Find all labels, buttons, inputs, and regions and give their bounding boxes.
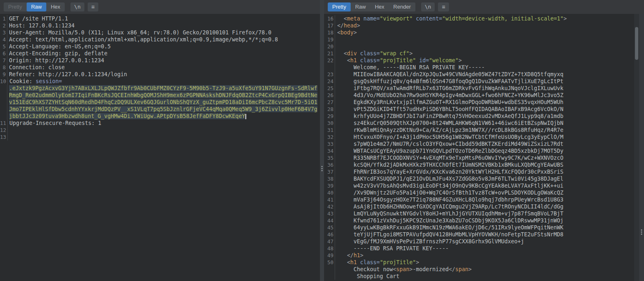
code-text: Shopping Cart bbox=[335, 273, 399, 280]
code-row[interactable]: Jmo7IPEklHlSfDbw5cdnhYYxkrjMdDQzPV__xS1V… bbox=[0, 106, 320, 113]
code-row[interactable]: 18<body> bbox=[324, 29, 634, 36]
code-row[interactable]: 39 w42zV3vV7bsAhQsMvd3igLEoDFt34jO9nQv9K… bbox=[324, 182, 634, 189]
response-view-tabs: PrettyRawHexRender bbox=[328, 2, 415, 11]
code-row[interactable]: 43 LmQYLuNyQSnuwktNYGdvlY8oHJ+mYLhJjGYUT… bbox=[324, 210, 634, 217]
code-row[interactable]: 3User-Agent: Mozilla/5.0 (X11; Linux x86… bbox=[0, 29, 320, 36]
code-row[interactable]: 35 R335NRBf7EJCOODXNVSY+4vEXqMTx9eTxpMts… bbox=[324, 154, 634, 161]
code-row[interactable]: 24 gsgQskHffuzjq8v/q4aBfm6lQSn47G8foqOgQ… bbox=[324, 78, 634, 85]
scrollbar-thumb[interactable] bbox=[635, 27, 638, 60]
code-row[interactable]: 20 bbox=[324, 43, 634, 50]
code-text: <h1 class="projTitle" id="welcome"> bbox=[335, 57, 462, 64]
code-row[interactable]: 29 krhfyUUo4j7ZBHDfJbI7aFinZPBwRtq75VHOe… bbox=[324, 113, 634, 120]
code-row[interactable]: 37 FhRNrIB3os7qYayE+XrGVdx/KXcKva6zn20Yk… bbox=[324, 168, 634, 175]
code-row[interactable]: 9Referer: http://127.0.0.1:1234/login bbox=[0, 71, 320, 78]
code-row[interactable]: 49 </h1> bbox=[324, 252, 634, 259]
code-row[interactable]: 11Upgrade-Insecure-Requests: 1 bbox=[0, 120, 320, 127]
code-text: R335NRBf7EJCOODXNVSY+4vEXqMTx9eTxpMtsP6u… bbox=[335, 154, 563, 161]
line-number: 28 bbox=[324, 106, 335, 113]
code-row[interactable]: 6Accept-Encoding: gzip, deflate bbox=[0, 50, 320, 57]
code-row[interactable]: 34 WBTACsUCgYEAyU9azupb71YnGQVLpdTOzoTD6… bbox=[324, 147, 634, 154]
code-row[interactable]: 7Origin: http://127.0.0.1:1234 bbox=[0, 57, 320, 64]
code-row[interactable]: 22 <h1 class="projTitle" id="welcome"> bbox=[324, 57, 634, 64]
line-number: 8 bbox=[0, 64, 7, 71]
code-row[interactable]: .eJxtzk9PgzAcxvG3Yjh7ABxLXLJLpQWJZfbfr9A… bbox=[0, 85, 320, 92]
code-row[interactable]: Shopping Cart bbox=[324, 273, 634, 280]
code-row[interactable]: 46 teYjUjFTLgoi8MSTPAVufpdQV4128HuMbMLVp… bbox=[324, 231, 634, 238]
code-row[interactable]: 36 kcSQH/Yfkd2jADkMxHXkz9THXCChOfEt7IUmN… bbox=[324, 161, 634, 168]
code-row[interactable]: 2Host: 127.0.0.1:1234 bbox=[0, 22, 320, 29]
line-number: 4 bbox=[0, 36, 7, 43]
code-row[interactable]: 47 vEgG/fMJ9XmHVsPePviZBfrnszhP77sgCXX8G… bbox=[324, 238, 634, 245]
tab-pretty[interactable]: Pretty bbox=[4, 2, 27, 11]
code-row[interactable]: 30 sz4EkuCrQ0509QthXJp0700+8t24WMLAHKW6q… bbox=[324, 120, 634, 127]
code-text: Upgrade-Insecure-Requests: 1 bbox=[8, 120, 101, 127]
code-row[interactable]: 16 <meta name="viewport" content="width=… bbox=[324, 15, 634, 22]
code-row[interactable]: 5Accept-Language: en-US,en;q=0.5 bbox=[0, 43, 320, 50]
response-editor[interactable]: 16 <meta name="viewport" content="width=… bbox=[324, 14, 634, 281]
code-row[interactable]: 44 Kfwnd761zVxhDuj5KPC9ZcUnaJe3XabZU7oCS… bbox=[324, 217, 634, 224]
code-row[interactable]: 4Accept: text/html,application/xhtml+xml… bbox=[0, 36, 320, 43]
show-newlines-button[interactable]: \n bbox=[70, 2, 84, 11]
tab-pretty[interactable]: Pretty bbox=[328, 2, 351, 11]
code-row[interactable]: 32 HtCvxuXOFnyo/I+A3j1dPHoc5UH56g1W82NwT… bbox=[324, 134, 634, 140]
code-text: 4d3/Vo/MdEUbO2ha7Rw9oHSYKR4pIgv4mDwxGGL+… bbox=[335, 92, 563, 99]
splitter-grip-icon[interactable] bbox=[322, 166, 323, 171]
code-row[interactable]: v151EdC9hXS7ZYHtSqN60dRedhD4FhqCzDQ9ULXe… bbox=[0, 99, 320, 106]
code-row[interactable]: 8Connection: close bbox=[0, 64, 320, 71]
code-text: Kfwnd761zVxhDuj5KPC9ZcUnaJe3XabZU7oCSDbj… bbox=[335, 217, 563, 224]
tab-hex[interactable]: Hex bbox=[370, 2, 389, 11]
show-newlines-button[interactable]: \n bbox=[421, 2, 435, 11]
line-number: 11 bbox=[0, 120, 8, 127]
code-row[interactable]: 38 BAKYcdFXSUQDPJ1/qE21OvDLmJFu4Xs7ZdGG8… bbox=[324, 175, 634, 182]
code-row[interactable]: 41 mVaF3j64OsgyzHOXe7T2iq788NF4GZuXHcL8Q… bbox=[324, 196, 634, 203]
code-row[interactable]: 50 <h1 class="projTitle"> bbox=[324, 259, 634, 266]
code-row[interactable]: 42 AsAj8jItOb6HZHNOowefGXOCgYAICQmgu2VjZ… bbox=[324, 203, 634, 210]
code-row[interactable]: 21 <div class="wrap cf"> bbox=[324, 50, 634, 57]
code-row[interactable]: 27 EgkdKXy3RnLKvtxjpIlfmAZGuOT+RX1GlmoPD… bbox=[324, 99, 634, 106]
line-number: 2 bbox=[0, 22, 7, 29]
code-row[interactable]: RmgD_Re02udmmOlyEomI7IqiFnBKcRsJQCEInhWb… bbox=[0, 92, 320, 99]
tab-render[interactable]: Render bbox=[389, 2, 415, 11]
code-row[interactable]: 25 iFtbg7RQV/xaTwAmdRfRLb7x63TG6mZDRkvFv… bbox=[324, 85, 634, 92]
line-number bbox=[324, 273, 335, 280]
code-row[interactable]: 48 -----END RSA PRIVATE KEY----- bbox=[324, 245, 634, 252]
code-row[interactable]: 10Cookie: session= bbox=[0, 78, 320, 85]
request-editor[interactable]: 1GET /site HTTP/1.12Host: 127.0.0.1:1234… bbox=[0, 14, 320, 281]
code-row[interactable]: Checkout now<span>-modernized</span> bbox=[324, 266, 634, 273]
code-text: EgkdKXy3RnLKvtxjpIlfmAZGuOT+RX1GlmoPDqoD… bbox=[335, 99, 563, 106]
code-text: Host: 127.0.0.1:1234 bbox=[7, 22, 75, 29]
line-number: 33 bbox=[324, 140, 335, 147]
code-row[interactable]: 45 64yyLwKBgBkRFxxuGkB9IMmcN19zMWA6akEO/… bbox=[324, 224, 634, 231]
line-number: 21 bbox=[324, 50, 335, 57]
request-view-tabs: PrettyRawHex bbox=[4, 2, 65, 11]
line-number: 9 bbox=[0, 71, 7, 78]
hamburger-menu-icon[interactable]: ≡ bbox=[88, 2, 98, 11]
line-number: 49 bbox=[324, 252, 335, 259]
hamburger-menu-icon[interactable]: ≡ bbox=[438, 2, 449, 11]
inspector-splitter[interactable] bbox=[639, 14, 644, 281]
code-text: AsAj8jItOb6HZHNOowefGXOCgYAICQmgu2VjZ9AR… bbox=[335, 203, 563, 210]
code-row[interactable]: 13 bbox=[0, 134, 320, 140]
tab-hex[interactable]: Hex bbox=[46, 2, 65, 11]
code-row[interactable]: Welcome, -----BEGIN RSA PRIVATE KEY----- bbox=[324, 64, 634, 71]
code-text: 64yyLwKBgBkRFxxuGkB9IMmcN19zMWA6akEO/jD6… bbox=[335, 224, 563, 231]
code-row[interactable]: 12 bbox=[0, 127, 320, 134]
code-row[interactable]: 1GET /site HTTP/1.1 bbox=[0, 15, 320, 22]
response-scrollbar[interactable] bbox=[634, 14, 639, 281]
code-row[interactable]: 23 MIIEowIBAAKCAQEAl/dn2XpJQuIw49CVNdAgd… bbox=[324, 71, 634, 78]
code-row[interactable]: 31 rKwBlmMiQnAyzzDKtNu9+Ca/kZ/cAjLpz3m1N… bbox=[324, 127, 634, 134]
splitter-grip-icon[interactable] bbox=[641, 229, 642, 235]
line-number: 10 bbox=[0, 78, 8, 85]
code-row[interactable]: 19 bbox=[324, 36, 634, 43]
tab-raw[interactable]: Raw bbox=[351, 2, 370, 11]
panel-splitter[interactable] bbox=[320, 0, 324, 281]
code-row[interactable]: 40 /Xv9DWnjtz2UFo5Pa14jO0+Wq7C4OrSfBth1T… bbox=[324, 189, 634, 196]
code-row[interactable]: 28 vPt5ZDGiKID4Tft57udHxPiSD6YBhLT5ooHfF… bbox=[324, 106, 634, 113]
code-row[interactable]: 17</head> bbox=[324, 22, 634, 29]
line-number: 13 bbox=[0, 134, 8, 140]
code-row[interactable]: jbbtJJc3z09tuva9Hbzwdh8unt_G_vgHMw4Di.YW… bbox=[0, 113, 320, 120]
burp-message-editor: PrettyRawHex \n ≡ PrettyRawHexRender \n … bbox=[0, 0, 644, 281]
code-row[interactable]: 26 4d3/Vo/MdEUbO2ha7Rw9oHSYKR4pIgv4mDwxG… bbox=[324, 92, 634, 99]
code-row[interactable]: 33 s7pWQ1e4m27/NmU7R/cslcO3YFQxow+CIbdd5… bbox=[324, 140, 634, 147]
tab-raw[interactable]: Raw bbox=[27, 2, 46, 11]
